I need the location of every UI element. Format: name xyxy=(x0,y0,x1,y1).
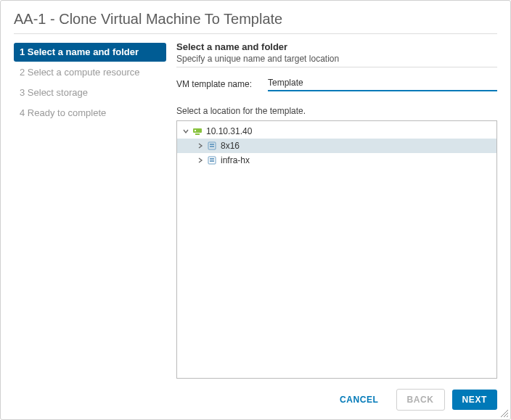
chevron-down-icon[interactable] xyxy=(181,128,190,134)
step-ready: 4 Ready to complete xyxy=(14,104,166,123)
location-label: Select a location for the template. xyxy=(176,106,497,116)
tree-node-infra-hx[interactable]: infra-hx xyxy=(177,153,496,168)
section-heading: Select a name and folder xyxy=(176,41,497,52)
wizard-steps: 1 Select a name and folder 2 Select a co… xyxy=(14,41,166,379)
step-name-folder[interactable]: 1 Select a name and folder xyxy=(14,43,166,62)
tree-root[interactable]: 10.10.31.40 xyxy=(177,124,496,139)
dialog-body: 1 Select a name and folder 2 Select a co… xyxy=(14,41,497,379)
svg-rect-1 xyxy=(195,130,196,131)
template-name-label: VM template name: xyxy=(176,79,268,89)
location-tree[interactable]: 10.10.31.40 8x16 xyxy=(176,120,497,379)
svg-rect-5 xyxy=(210,146,214,147)
section-subheading: Specify a unique name and target locatio… xyxy=(176,54,497,64)
vcenter-icon xyxy=(192,125,203,137)
back-button: BACK xyxy=(396,389,445,411)
resize-handle-icon xyxy=(500,409,509,418)
next-button[interactable]: NEXT xyxy=(452,390,497,410)
chevron-right-icon[interactable] xyxy=(196,157,205,163)
dialog-footer: CANCEL BACK NEXT xyxy=(14,379,497,411)
tree-node-label: 8x16 xyxy=(221,141,240,151)
template-name-input[interactable] xyxy=(268,76,497,91)
svg-rect-2 xyxy=(195,133,200,135)
svg-rect-0 xyxy=(193,128,202,133)
tree-node-8x16[interactable]: 8x16 xyxy=(177,139,496,153)
datacenter-icon xyxy=(206,155,218,166)
tree-root-label: 10.10.31.40 xyxy=(206,126,252,136)
chevron-right-icon[interactable] xyxy=(196,143,205,149)
tree-node-label: infra-hx xyxy=(221,155,250,165)
svg-rect-8 xyxy=(210,160,214,162)
template-name-row: VM template name: xyxy=(176,76,497,91)
svg-rect-7 xyxy=(210,158,214,160)
clone-template-dialog: AA-1 - Clone Virtual Machine To Template… xyxy=(0,0,511,420)
step-storage: 3 Select storage xyxy=(14,83,166,102)
dialog-title: AA-1 - Clone Virtual Machine To Template xyxy=(14,11,497,34)
divider xyxy=(176,67,497,67)
step-content: Select a name and folder Specify a uniqu… xyxy=(166,41,497,379)
cancel-button[interactable]: CANCEL xyxy=(330,390,389,410)
step-compute: 2 Select a compute resource xyxy=(14,63,166,82)
svg-rect-4 xyxy=(210,144,214,145)
datacenter-icon xyxy=(206,140,218,152)
